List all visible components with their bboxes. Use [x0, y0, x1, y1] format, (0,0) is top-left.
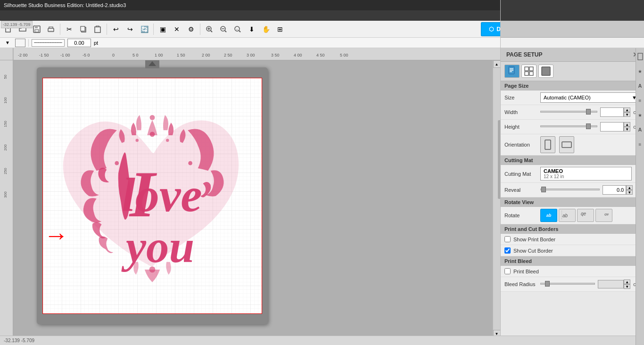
svg-line-12	[211, 31, 212, 32]
print-bleed-checkbox[interactable]	[504, 268, 511, 274]
svg-rect-81	[562, 142, 571, 148]
select-all-button[interactable]: ▣	[156, 23, 169, 36]
print-button[interactable]	[44, 23, 58, 36]
size-row: Size Automatic (CAMEO) ▼	[501, 90, 644, 105]
grid-button[interactable]: ⊞	[273, 23, 287, 36]
svg-text:ab: ab	[562, 213, 568, 218]
zoom-in-button[interactable]	[203, 23, 216, 36]
dash-pattern-selector[interactable]	[32, 39, 65, 47]
copy-button[interactable]	[77, 23, 90, 36]
refresh-button[interactable]: 🔄	[138, 23, 151, 36]
height-slider-thumb[interactable]	[586, 123, 591, 129]
svg-rect-80	[545, 140, 551, 149]
svg-text:3 00: 3 00	[247, 53, 255, 58]
scroll-down-button[interactable]: ⬇	[245, 23, 258, 36]
rotate-row: Rotate ab ab qe ab	[501, 207, 644, 224]
bleed-radius-spin-up[interactable]: ▲	[624, 279, 630, 284]
width-input[interactable]: 30.48	[600, 107, 624, 117]
width-slider-thumb[interactable]	[586, 109, 591, 115]
reveal-slider-track	[540, 189, 600, 190]
rotate-view-section-header: Rotate View	[501, 197, 644, 207]
show-print-border-checkbox[interactable]	[504, 236, 511, 242]
stroke-width-input[interactable]	[67, 39, 91, 47]
heart-design-container: love you I	[43, 78, 262, 313]
print-bleed-row: Print Bleed	[501, 266, 644, 277]
strip-btn-1[interactable]	[636, 50, 644, 63]
paste-button[interactable]	[91, 23, 104, 36]
panel-nav-area	[501, 0, 644, 21]
page-setup-icon-tabs	[501, 62, 644, 81]
svg-rect-76	[529, 67, 533, 71]
bleed-radius-spin-arrows: ▲ ▼	[624, 279, 630, 289]
vscroll-up-button[interactable]: ▲	[493, 60, 501, 68]
cutting-mat-section-header: Cutting Mat	[501, 156, 644, 165]
strip-btn-star2[interactable]: ★	[636, 108, 644, 122]
width-spin: 30.48 ▲ ▼	[600, 107, 630, 117]
bleed-radius-spin-down[interactable]: ▼	[624, 284, 630, 289]
reveal-input[interactable]	[603, 185, 626, 195]
stroke-color-box[interactable]	[15, 39, 25, 47]
corner-box	[0, 48, 13, 60]
cutting-mat-name: CAMEO	[544, 168, 563, 174]
design-paper[interactable]: love you I	[42, 78, 262, 314]
svg-line-19	[239, 31, 240, 32]
toolbar-row1: ✂ ↩ ↪ 🔄 ▣ ✕ ⚙ + ⬇ ✋ ⊞	[0, 21, 500, 38]
strip-btn-star[interactable]: ★	[636, 65, 644, 78]
bleed-radius-slider-thumb[interactable]	[545, 281, 550, 287]
landscape-button[interactable]	[559, 136, 574, 153]
right-strip: ★ A ≡ ★ A ≡	[636, 48, 644, 345]
rotate-flip-h-button[interactable]: ab	[559, 209, 576, 222]
height-input[interactable]: 30.48	[600, 122, 624, 131]
show-cut-border-label[interactable]: Show Cut Border	[513, 248, 553, 254]
width-slider-container	[540, 107, 597, 117]
delete-button[interactable]: ✕	[170, 23, 183, 36]
svg-rect-75	[525, 67, 528, 71]
svg-text:+: +	[236, 28, 238, 31]
width-spin-up[interactable]: ▲	[624, 107, 630, 112]
zoom-fit-button[interactable]: +	[231, 23, 244, 36]
grid-tab-button[interactable]	[521, 65, 537, 78]
height-spin-down[interactable]: ▼	[624, 127, 630, 131]
reveal-spin-up[interactable]: ▲	[626, 185, 633, 190]
background-tab-button[interactable]	[538, 65, 553, 78]
strip-btn-lines[interactable]: ≡	[636, 94, 644, 107]
vscroll[interactable]: ▲ ▼	[493, 60, 500, 337]
zoom-out-button[interactable]	[217, 23, 230, 36]
reveal-spin-down[interactable]: ▼	[626, 190, 633, 195]
panel-toolbar-row	[501, 38, 644, 48]
reveal-label: Reveal	[504, 187, 537, 193]
show-cut-border-checkbox[interactable]	[504, 247, 511, 254]
page-tab-button[interactable]	[504, 65, 520, 78]
strip-btn-a2[interactable]: A	[636, 123, 644, 136]
redo-button[interactable]: ↪	[124, 23, 137, 36]
right-panel: PAGE SETUP ✕ Page Size Size Automatic (C…	[500, 0, 644, 345]
print-bleed-label[interactable]: Print Bleed	[513, 269, 539, 274]
reveal-slider-thumb[interactable]	[541, 187, 546, 192]
svg-text:I: I	[129, 157, 157, 230]
stroke-arrow-button[interactable]: ▼	[3, 39, 12, 47]
svg-text:4 00: 4 00	[294, 53, 302, 58]
svg-text:3 50: 3 50	[271, 53, 280, 58]
bleed-radius-input[interactable]: 0.127	[598, 280, 624, 288]
rotate-normal-button[interactable]: ab	[540, 209, 557, 222]
settings-button[interactable]: ⚙	[184, 23, 198, 36]
pan-button[interactable]: ✋	[259, 23, 272, 36]
portrait-button[interactable]	[540, 136, 555, 153]
svg-point-68	[166, 139, 169, 141]
cut-button[interactable]: ✂	[63, 23, 76, 36]
svg-text:2 50: 2 50	[224, 53, 232, 58]
strip-btn-a[interactable]: A	[636, 79, 644, 92]
show-print-border-label[interactable]: Show Print Border	[513, 237, 555, 242]
rotate-180-button[interactable]: ab	[595, 209, 612, 222]
svg-text:-5 0: -5 0	[83, 53, 90, 58]
strip-btn-lines2[interactable]: ≡	[636, 138, 644, 151]
size-dropdown[interactable]: Automatic (CAMEO) ▼	[540, 92, 640, 103]
rotate-flip-v-button[interactable]: qe	[577, 209, 594, 222]
undo-button[interactable]: ↩	[109, 23, 123, 36]
width-spin-down[interactable]: ▼	[624, 112, 630, 117]
height-spin-up[interactable]: ▲	[624, 122, 630, 127]
page-setup-header: PAGE SETUP ✕	[501, 48, 644, 62]
toolbar-row2: ▼ pt	[0, 38, 500, 48]
cutting-mat-dropdown[interactable]: CAMEO 12 x 12 in	[540, 167, 632, 181]
svg-text:4 50: 4 50	[316, 53, 325, 58]
